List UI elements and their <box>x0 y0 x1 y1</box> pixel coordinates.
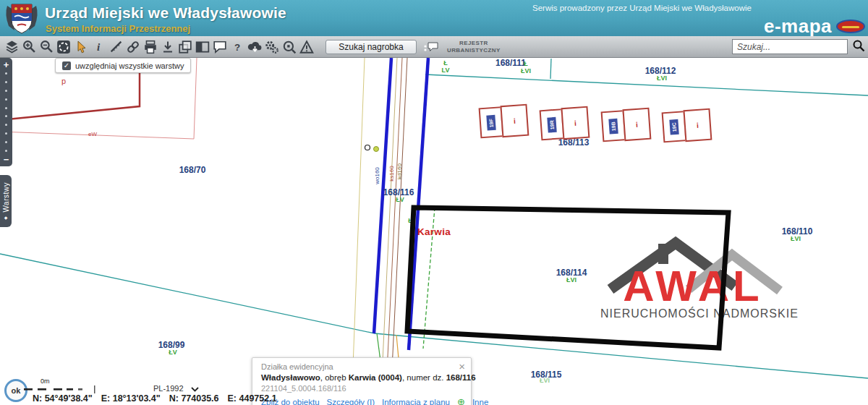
warning-icon[interactable] <box>298 38 315 56</box>
layers-icon[interactable] <box>3 38 20 56</box>
app-subtitle: System Informacji Przestrzennej <box>46 23 190 34</box>
link-icon[interactable] <box>124 38 142 56</box>
zoom-in-button[interactable]: + <box>4 60 9 69</box>
coord-lon: E: 18°13'03.4" <box>101 393 161 404</box>
sep: , obręb <box>320 373 349 382</box>
popup-parcel-line: Władysławowo, obręb Karwia (0004), numer… <box>261 373 464 382</box>
zoom-in-icon[interactable] <box>20 38 38 56</box>
checkbox-checked-icon[interactable]: ✓ <box>62 61 71 70</box>
zoom-out-icon[interactable] <box>38 38 55 56</box>
registry-line1: REJESTR <box>447 40 501 47</box>
settings-icon[interactable] <box>263 38 281 56</box>
info-icon[interactable]: i <box>90 38 107 56</box>
district: Karwia (0004) <box>349 373 402 382</box>
service-note: Serwis prowadzony przez Urząd Miejski we… <box>532 4 868 12</box>
parcel-number: 168/116 <box>446 373 476 382</box>
scale-label: 0m <box>41 378 50 385</box>
cloud-download-icon[interactable] <box>246 38 263 56</box>
coord-lat: N: 54°49'38.4" <box>33 393 93 404</box>
coordinates-readout: N: 54°49'38.4"E: 18°13'03.4"N: 774035.6E… <box>33 393 286 404</box>
plan-info-link[interactable]: Informacja z planu <box>382 398 450 405</box>
city-crest-logo <box>4 1 39 35</box>
coord-northing: N: 774035.6 <box>169 393 219 404</box>
emapa-app: 168/70 168/111 168/112 168/113 168/116 1… <box>0 0 868 405</box>
svg-text:i: i <box>97 41 101 53</box>
registry-button[interactable]: REJESTR URBANISTYCZNY <box>447 40 501 54</box>
chat-dots-icon[interactable] <box>422 38 440 56</box>
layers-panel-tab[interactable]: Warstwy ◆ <box>0 175 12 227</box>
chevron-down-icon[interactable] <box>191 387 199 392</box>
copy-view-icon[interactable] <box>176 38 194 56</box>
zoom-track[interactable] <box>5 69 7 155</box>
coord-easting: E: 449752.1 <box>228 393 277 404</box>
search-input[interactable] <box>732 39 848 54</box>
close-icon[interactable]: × <box>459 361 465 372</box>
crs-selector[interactable]: PL-1992 <box>153 384 184 393</box>
search-icon[interactable] <box>852 39 865 55</box>
download-icon[interactable] <box>159 38 176 56</box>
emapa-logo-text: e-mapa <box>764 15 832 38</box>
toolbar: i ? Szukaj nagrobka REJESTR URBANISTYCZN… <box>0 36 868 58</box>
popup-title: Działka ewidencyjna <box>261 362 464 371</box>
zoom-slider[interactable]: + − <box>0 58 12 166</box>
parcel-id-code: 221104_5.0004.168/116 <box>261 384 464 393</box>
svg-text:?: ? <box>234 41 240 52</box>
tab-marker-icon: ◆ <box>4 215 8 220</box>
municipality: Władysławowo <box>261 373 320 382</box>
grave-search-button[interactable]: Szukaj nagrobka <box>326 40 417 54</box>
measure-icon[interactable] <box>107 38 124 56</box>
layers-tab-label: Warstwy <box>2 182 10 212</box>
registry-line2: URBANISTYCZNY <box>447 47 501 54</box>
zoom-out-button[interactable]: − <box>4 155 9 164</box>
pointer-icon[interactable] <box>72 38 90 56</box>
details-link[interactable]: Szczegóły (I) <box>327 398 375 405</box>
select-area-icon[interactable] <box>55 38 72 56</box>
help-icon[interactable]: ? <box>229 38 246 56</box>
search-object-icon[interactable] <box>281 38 298 56</box>
geosystem-logo <box>836 20 865 33</box>
sep: , numer dz. <box>402 373 446 382</box>
header: Urząd Miejski we Władysławowie System In… <box>0 0 868 36</box>
comment-icon[interactable] <box>211 38 229 56</box>
more-link[interactable]: Inne <box>472 398 488 405</box>
panels-icon[interactable] <box>194 38 211 56</box>
emapa-brand[interactable]: e-mapa <box>764 15 865 38</box>
all-layers-option[interactable]: ✓ uwzględniaj wszystkie warstwy <box>55 58 191 73</box>
checkbox-label: uwzględniaj wszystkie warstwy <box>75 61 184 70</box>
app-title: Urząd Miejski we Władysławowie <box>45 4 286 22</box>
print-icon[interactable] <box>142 38 159 56</box>
plus-circle-icon[interactable]: ⊕ <box>457 396 465 405</box>
